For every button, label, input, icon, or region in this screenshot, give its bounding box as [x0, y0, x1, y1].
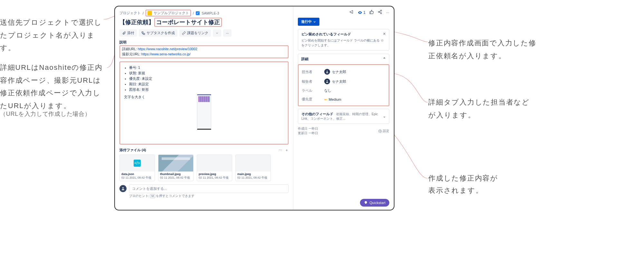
breadcrumb-sep-2: / [193, 11, 194, 15]
attach-label: 添付 [127, 31, 134, 35]
field-assignee[interactable]: 担当者 セナ太郎 [302, 67, 385, 77]
chevron-up-icon: ⌃ [383, 57, 386, 61]
issue-more-button[interactable]: ··· [386, 10, 389, 15]
priority-value: Medium [329, 98, 341, 101]
comment-input[interactable]: コメントを追加する... [129, 184, 289, 193]
chevron-down-icon: ⌄ [383, 114, 386, 118]
breadcrumb-issue-key[interactable]: SAMPLE-3 [202, 11, 219, 15]
annotation-urls: 詳細URLはNaoshiteの修正内容作成ページ、撮影元URLは修正依頼作成ペー… [0, 61, 106, 112]
more-actions-button[interactable]: ··· [223, 29, 232, 37]
project-icon [147, 11, 152, 15]
labels-value: なし [324, 88, 331, 93]
attachments-more-button[interactable]: ··· [279, 148, 282, 153]
detail-url-label: 詳細URL: [122, 47, 138, 51]
content-bullet-list: 番号: 1 状態: 新規 優先度: 未設定 期日: 未設定 図形名: 矩形 [129, 65, 284, 92]
annotation-project-name: 送信先プロジェクトで選択したプロジェクト名が入ります。 [0, 16, 103, 54]
bullet-due: 期日: 未設定 [129, 82, 284, 87]
description-label: 説明 [119, 40, 289, 45]
detail-url-link[interactable]: https://www.naoshite.net/preview/10002 [138, 47, 197, 51]
ellipsis-icon: ··· [226, 31, 229, 35]
attachment-card[interactable]: main.jpeg 02 11 2021, 08:42 午後 [235, 154, 271, 181]
bullet-shape: 図形名: 矩形 [129, 87, 284, 92]
subtask-icon [141, 31, 145, 35]
status-dropdown[interactable]: 進行中 [298, 18, 319, 26]
attach-button[interactable]: 添付 [119, 29, 137, 37]
tip-prefix: プロのヒント: [129, 194, 150, 198]
other-fields-label: その他のフィールド [301, 112, 333, 116]
gear-icon [378, 129, 382, 133]
dates-row: 作成日 一昨日 更新日 一昨日 設定 [298, 126, 389, 135]
svg-point-7 [327, 80, 327, 81]
status-label: 進行中 [301, 19, 312, 24]
attachment-date: 02 11 2021, 08:42 午後 [237, 176, 269, 180]
watch-button[interactable]: 1 [358, 10, 365, 15]
reporter-value: セナ太郎 [332, 79, 346, 84]
attachments-grid: </> data.json 02 11 2021, 08:42 午後 thumb… [119, 154, 289, 181]
attachment-name: data.json [121, 172, 153, 176]
title-prefix: 【修正依頼】 [119, 18, 154, 26]
other-fields-panel[interactable]: その他のフィールド 初期見積、時間の管理、Epic Link、コンポーネント、修… [298, 109, 389, 124]
attachment-name: thumbnail.jpeg [160, 172, 192, 176]
image-thumbnail [158, 155, 193, 172]
toolbar: 添付 サブタスクを作成 課題をリンク ··· [119, 29, 289, 37]
user-avatar [119, 185, 127, 192]
field-labels[interactable]: ラベル なし [302, 86, 385, 95]
share-button[interactable] [378, 10, 382, 15]
attachment-card[interactable]: thumbnail.jpeg 02 11 2021, 08:42 午後 [158, 154, 194, 181]
watch-count: 1 [363, 10, 365, 15]
title-highlight[interactable]: コーポレートサイト修正 [154, 18, 222, 27]
create-subtask-button[interactable]: サブタスクを作成 [139, 29, 177, 37]
side-column: 1 ··· 進行中 [293, 6, 394, 210]
field-reporter[interactable]: 報告者 セナ太郎 [302, 77, 385, 86]
svg-rect-1 [144, 33, 145, 34]
svg-point-4 [378, 11, 380, 13]
attachment-name: preview.jpeg [199, 172, 230, 176]
link-issue-button[interactable]: 課題をリンク [179, 29, 211, 37]
jira-issue-window: プロジェクト / サンプルプロジェクト / ✓ SAMPLE-3 【修正依頼】 … [114, 6, 394, 210]
eye-icon [358, 10, 362, 15]
feedback-button[interactable] [349, 10, 354, 15]
embedded-screenshot [197, 94, 211, 130]
like-button[interactable] [369, 10, 374, 15]
thumbs-up-icon [369, 10, 374, 14]
pinned-fields-panel: ピン留めされているフィールド ✕ ピン留めを開始するにはフィールド ラベルの横に… [298, 29, 389, 51]
close-icon[interactable]: ✕ [383, 32, 386, 37]
comment-row: コメントを追加する... [119, 184, 289, 193]
updated-date: 更新日 一昨日 [298, 131, 318, 135]
svg-point-5 [381, 13, 382, 14]
labels-label: ラベル [302, 88, 324, 93]
comment-pro-tip: プロのヒント: M を押すとコメントできます [129, 194, 289, 198]
quickstart-button[interactable]: Quickstart [360, 199, 389, 207]
bullet-priority: 優先度: 未設定 [129, 76, 284, 81]
attachments-add-button[interactable]: ＋ [285, 148, 289, 153]
json-file-icon: </> [134, 160, 141, 167]
link-dropdown-button[interactable] [213, 29, 221, 37]
assignee-label: 担当者 [302, 70, 324, 74]
breadcrumb-projects[interactable]: プロジェクト [119, 11, 141, 15]
tip-suffix: を押すとコメントできます [156, 194, 194, 198]
details-header[interactable]: 詳細 ⌃ [298, 54, 389, 64]
configure-button[interactable]: 設定 [378, 126, 389, 135]
attachment-card[interactable]: preview.jpeg 02 11 2021, 08:42 午後 [197, 154, 232, 181]
main-column: プロジェクト / サンプルプロジェクト / ✓ SAMPLE-3 【修正依頼】 … [115, 6, 293, 210]
issue-title-row: 【修正依頼】 コーポレートサイト修正 [119, 18, 289, 27]
keyboard-key: M [150, 194, 155, 198]
issue-type-icon: ✓ [196, 11, 200, 15]
source-url-label: 撮影元URL: [122, 52, 141, 56]
pinned-fields-title: ピン留めされているフィールド [301, 32, 351, 37]
source-url-link[interactable]: https://www.sena-networks.co.jp/ [141, 52, 191, 56]
breadcrumb-project-highlight: サンプルプロジェクト [146, 10, 191, 16]
assignee-value: セナ太郎 [332, 70, 346, 74]
priority-medium-icon: ═ [324, 98, 327, 101]
field-priority[interactable]: 優先度 ═ Medium [302, 95, 385, 104]
breadcrumb-project-name[interactable]: サンプルプロジェクト [154, 11, 189, 15]
top-actions: 1 ··· [298, 10, 389, 15]
attachment-date: 02 11 2021, 08:42 午後 [121, 176, 153, 180]
person-icon [324, 69, 330, 75]
attachments-header: 添付ファイル (4) [119, 148, 146, 153]
attachment-card[interactable]: </> data.json 02 11 2021, 08:42 午後 [119, 154, 155, 181]
person-icon [324, 79, 330, 84]
attachment-date: 02 11 2021, 08:42 午後 [160, 176, 192, 180]
annotation-urls-sub: （URLを入力して作成した場合） [0, 109, 106, 119]
chevron-down-icon [313, 20, 316, 23]
